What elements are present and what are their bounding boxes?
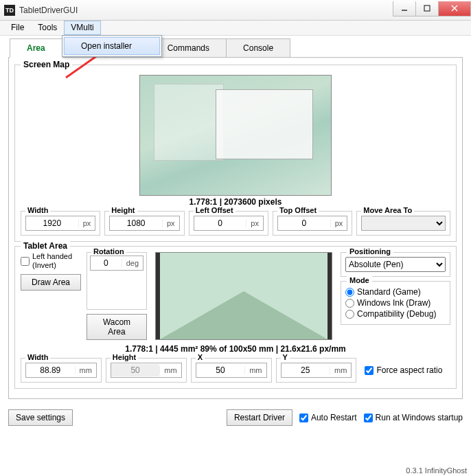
mode-standard-row[interactable]: Standard (Game)	[345, 287, 446, 297]
tablet-area-canvas[interactable]	[155, 252, 332, 340]
tablet-y-input[interactable]	[282, 364, 330, 376]
left-handed-checkbox-row[interactable]: Left handed (Invert)	[21, 252, 81, 270]
tablet-area-title: Tablet Area	[21, 241, 70, 251]
menu-tools[interactable]: Tools	[31, 21, 64, 35]
wacom-area-button[interactable]: Wacom Area	[87, 314, 147, 340]
screen-map-preview[interactable]	[139, 75, 332, 196]
tablet-height-input	[111, 364, 160, 376]
screen-map-title: Screen Map	[21, 60, 72, 69]
move-area-select[interactable]	[361, 216, 446, 231]
menu-vmulti[interactable]: VMulti	[64, 21, 100, 35]
status-bar: 0.3.1 InfinityGhost	[404, 465, 468, 476]
screen-width-field: Width px	[21, 211, 100, 236]
menu-open-installer[interactable]: Open installer	[64, 37, 160, 55]
run-startup-row[interactable]: Run at Windows startup	[364, 413, 463, 422]
mode-ink-row[interactable]: Windows Ink (Draw)	[345, 298, 446, 308]
tablet-x-field: X mm	[191, 358, 272, 383]
tab-area[interactable]: Area	[10, 38, 62, 58]
tablet-area-group: Tablet Area Left handed (Invert) Draw Ar…	[14, 246, 457, 389]
window-title: TabletDriverGUI	[19, 5, 393, 15]
screen-top-field: Top Offset px	[273, 211, 352, 236]
run-startup-checkbox[interactable]	[364, 413, 373, 422]
screen-height-field: Height px	[104, 211, 184, 236]
mode-ink-radio[interactable]	[345, 299, 354, 308]
mode-compat-radio[interactable]	[345, 310, 354, 319]
menu-file[interactable]: File	[4, 21, 31, 35]
titlebar: TD TabletDriverGUI	[0, 0, 471, 21]
tablet-height-field: Height mm	[106, 358, 187, 383]
left-handed-checkbox[interactable]	[21, 257, 30, 266]
auto-restart-row[interactable]: Auto Restart	[299, 413, 357, 422]
rotation-field: Rotation deg	[87, 252, 147, 310]
mode-standard-radio[interactable]	[345, 288, 354, 297]
restart-driver-button[interactable]: Restart Driver	[227, 409, 292, 426]
screen-height-input[interactable]	[110, 217, 162, 229]
screen-left-input[interactable]	[194, 217, 246, 229]
svg-rect-1	[424, 5, 430, 11]
force-ratio-checkbox[interactable]	[365, 366, 374, 375]
close-button[interactable]	[438, 1, 471, 16]
tablet-x-input[interactable]	[196, 364, 245, 376]
force-ratio-row[interactable]: Force aspect ratio	[360, 365, 450, 375]
auto-restart-checkbox[interactable]	[299, 413, 308, 422]
screen-map-group: Screen Map 1.778:1 | 2073600 pixels Widt…	[14, 65, 457, 242]
tablet-y-field: Y mm	[276, 358, 357, 383]
screen-map-info: 1.778:1 | 2073600 pixels	[21, 197, 450, 207]
tablet-width-input[interactable]	[26, 364, 75, 376]
rotation-input[interactable]	[91, 257, 122, 269]
app-icon: TD	[4, 5, 15, 16]
screen-top-input[interactable]	[278, 217, 330, 229]
draw-area-button[interactable]: Draw Area	[21, 274, 81, 291]
tablet-width-field: Width mm	[21, 358, 102, 383]
vmulti-dropdown: Open installer	[62, 35, 162, 57]
positioning-box: Positioning Absolute (Pen)	[341, 252, 450, 277]
mode-compat-row[interactable]: Compatibility (Debug)	[345, 309, 446, 319]
positioning-select[interactable]: Absolute (Pen)	[345, 257, 446, 272]
tab-content-area: Screen Map 1.778:1 | 2073600 pixels Widt…	[8, 57, 463, 399]
bottom-bar: Save settings Restart Driver Auto Restar…	[0, 405, 471, 430]
screen-width-input[interactable]	[26, 217, 78, 229]
save-settings-button[interactable]: Save settings	[8, 409, 73, 426]
move-area-field: Move Area To	[356, 211, 450, 236]
maximize-button[interactable]	[415, 1, 439, 16]
minimize-button[interactable]	[393, 1, 416, 16]
menubar: File Tools VMulti	[0, 21, 471, 36]
screen-left-field: Left Offset px	[189, 211, 268, 236]
mode-box: Mode Standard (Game) Windows Ink (Draw) …	[341, 281, 450, 325]
tab-console[interactable]: Console	[226, 38, 290, 58]
tablet-area-info: 1.778:1 | 4445 mm² 89% of 100x50 mm | 21…	[21, 344, 450, 354]
